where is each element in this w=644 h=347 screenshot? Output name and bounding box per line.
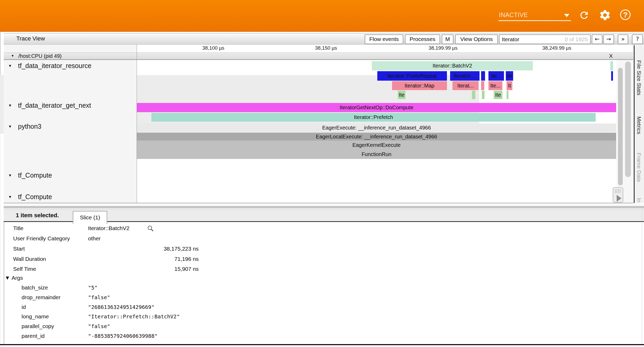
detail-value: 15,907 ns: [88, 266, 199, 272]
trace-slice[interactable]: [507, 91, 508, 99]
trace-slice[interactable]: Iterator:...: [450, 71, 480, 81]
trace-slice[interactable]: EagerKernelExecute: [137, 141, 616, 150]
toolbar-button-m[interactable]: M: [442, 34, 454, 44]
app-header: INACTIVE ?: [0, 0, 644, 32]
trace-slice[interactable]: [472, 91, 475, 99]
panel-splitter[interactable]: [4, 203, 644, 209]
profiler-trace-viewer: INACTIVE ? Trace View Iterator 0 of 1925…: [0, 0, 644, 347]
side-tab-frame-data[interactable]: Frame Data: [636, 153, 642, 182]
collapse-arrow-icon[interactable]: ▾: [9, 124, 11, 129]
gear-icon[interactable]: [599, 9, 611, 21]
track-label[interactable]: ▾tf_Compute: [9, 172, 52, 179]
arg-key: batch_size: [22, 284, 48, 291]
arg-row: parent_id"-8853857924060639988": [4, 333, 640, 343]
trace-slice[interactable]: EagerExecute: __inference_run_dataset_49…: [137, 123, 616, 132]
shortcuts-help-button[interactable]: ?: [632, 34, 643, 44]
arg-key: drop_remainder: [22, 294, 60, 301]
side-tab-file-size-stats[interactable]: File Size Stats: [636, 60, 642, 95]
detail-key: Wall Duration: [13, 256, 46, 262]
toolbar-button-flow-events[interactable]: Flow events: [365, 34, 403, 44]
selection-summary: 1 item selected.: [16, 212, 59, 219]
ruler-tick-label: 38,150 µs: [315, 45, 337, 51]
trace-slice[interactable]: Ite: [506, 71, 513, 81]
side-tab-metrics[interactable]: Metrics: [636, 116, 642, 134]
details-border: [642, 209, 642, 344]
magnifier-icon[interactable]: [147, 225, 154, 232]
collapse-arrow-icon[interactable]: ▾: [9, 173, 11, 178]
search-input[interactable]: Iterator 0 of 1925: [499, 34, 591, 44]
trace-slice[interactable]: Ite...: [488, 71, 504, 81]
track-name: tf_data_iterator_get_next: [18, 102, 91, 109]
track-label[interactable]: ▾tf_Compute: [9, 193, 52, 201]
args-collapse-icon[interactable]: ▼: [6, 275, 9, 280]
arg-value: "-8853857924060639988": [88, 333, 158, 339]
detail-value: 71,196 ns: [88, 256, 199, 262]
trace-slice[interactable]: [610, 61, 613, 70]
trace-slice[interactable]: Iterator::Prefetch: [151, 113, 596, 122]
status-label: INACTIVE: [499, 12, 528, 19]
trace-slice[interactable]: Ite: [398, 91, 405, 99]
side-tab-in[interactable]: In: [636, 198, 642, 203]
track-label[interactable]: ▾tf_data_iterator_get_next: [9, 102, 91, 109]
tab-slice[interactable]: Slice (1): [73, 211, 107, 224]
expand-panel-button[interactable]: »: [618, 34, 628, 44]
track-name: tf_data_iterator_resource: [18, 62, 91, 69]
prev-match-button[interactable]: ←: [592, 34, 602, 44]
ruler-minor-tick: [0, 59, 0, 62]
ruler-minor-tick: [0, 70, 0, 72]
capture-status-dropdown[interactable]: INACTIVE: [498, 9, 571, 21]
ruler-tick-label: 38,100 µs: [202, 45, 224, 51]
outer-vertical-scrollbar[interactable]: [625, 61, 631, 177]
trace-slice[interactable]: FunctionRun: [137, 150, 616, 159]
trace-slice[interactable]: Ite...: [488, 81, 502, 90]
help-icon[interactable]: ?: [620, 9, 631, 20]
trace-slice[interactable]: [482, 91, 485, 99]
collapse-arrow-icon[interactable]: ▾: [9, 194, 11, 199]
trace-slice[interactable]: Iterat...: [452, 81, 478, 90]
next-match-button[interactable]: →: [603, 34, 614, 44]
detail-row: TitleIterator::BatchV2: [4, 225, 640, 235]
trace-slice[interactable]: EagerLocalExecute: __inference_run_datas…: [137, 133, 616, 141]
trace-slice[interactable]: [481, 81, 484, 90]
detail-key: Self Time: [13, 266, 36, 272]
ruler-minor-tick: [0, 44, 0, 46]
timeline-gridline: [0, 277, 0, 347]
trace-slice[interactable]: Iterator::FiniteRepeat: [377, 71, 447, 81]
arg-value: "false": [88, 323, 110, 329]
collapse-arrow-icon[interactable]: ▾: [9, 103, 11, 108]
trace-slice[interactable]: Ite: [494, 91, 502, 99]
detail-value: 38,175,223 ns: [88, 246, 199, 252]
trace-slice[interactable]: IteratorGetNextOp::DoCompute: [137, 103, 616, 112]
collapse-arrow-icon[interactable]: ▾: [9, 63, 11, 68]
arg-value: "2686136324951429669": [88, 304, 154, 310]
arg-row: parallel_copy"false": [4, 323, 640, 333]
ruler-minor-tick: [0, 67, 0, 70]
ruler-label-gutter: [4, 45, 137, 53]
trace-slice[interactable]: It: [507, 81, 512, 90]
trace-slice[interactable]: [611, 71, 613, 81]
refresh-icon[interactable]: [579, 10, 590, 21]
arg-row: long_name"Iterator::Prefetch::BatchV2": [4, 313, 640, 323]
process-header[interactable]: ▾ /host:CPU (pid 49) X: [4, 53, 633, 60]
trace-slice[interactable]: Iterator::Map: [392, 81, 447, 90]
track-label[interactable]: ▾tf_data_iterator_resource: [9, 62, 91, 70]
args-section-row: ▼Args: [4, 275, 640, 285]
ruler-minor-tick: [0, 65, 0, 67]
timeline-gridline: [0, 134, 0, 277]
close-process-button[interactable]: X: [607, 53, 615, 60]
ruler-minor-tick: [0, 36, 0, 38]
collapse-arrow-icon[interactable]: ▾: [12, 53, 14, 58]
trace-slice[interactable]: Iterator::BatchV2: [372, 61, 533, 70]
track-label[interactable]: ▾python3: [9, 123, 42, 130]
inner-vertical-scrollbar[interactable]: [618, 68, 623, 185]
trace-slice[interactable]: [481, 71, 485, 81]
arg-row: drop_remainder"false": [4, 294, 640, 304]
search-value: Iterator: [502, 36, 519, 43]
ruler-minor-tick: [0, 33, 0, 36]
toolbar-button-view-options[interactable]: View Options: [455, 34, 498, 44]
detail-value: Iterator::BatchV2: [88, 225, 130, 231]
arg-key: long_name: [22, 313, 49, 320]
ruler-minor-tick: [0, 38, 0, 41]
track-name: python3: [18, 123, 42, 130]
toolbar-button-processes[interactable]: Processes: [405, 34, 440, 44]
